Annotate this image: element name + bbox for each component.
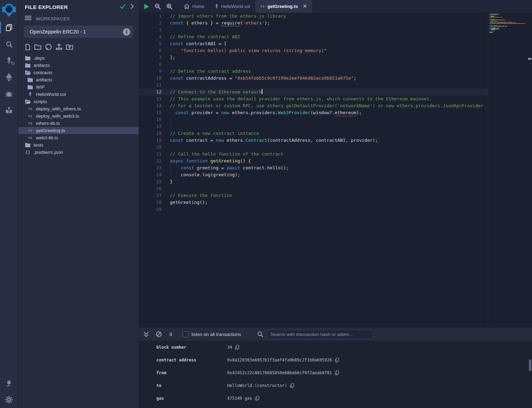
open-file-icon[interactable] — [66, 44, 73, 50]
code-text[interactable]: getGreeting(); — [170, 199, 208, 206]
line-number[interactable]: 6 — [139, 47, 162, 54]
line-number[interactable]: 23 — [139, 165, 162, 171]
line-number[interactable]: 27 — [139, 192, 162, 199]
line-number[interactable]: 28 — [139, 199, 162, 206]
tree-item-.prettierrc.json[interactable]: {}.prettierrc.json — [18, 149, 139, 156]
code-text[interactable]: const contractABI = [ — [170, 40, 226, 47]
search-icon[interactable] — [0, 36, 18, 52]
debugger-icon[interactable] — [0, 86, 18, 102]
code-line-9[interactable]: 9// Define the contract address — [139, 68, 488, 75]
tree-item-.deps[interactable]: .deps — [18, 54, 139, 62]
tree-item-ethers-lib.ts[interactable]: TSethers-lib.ts — [18, 120, 139, 127]
code-text[interactable]: async function getGreeting() { — [170, 158, 251, 165]
tree-item-deploy_with_web3.ts[interactable]: TSdeploy_with_web3.ts — [18, 112, 139, 120]
code-line-17[interactable]: 17 — [139, 123, 488, 130]
line-number[interactable]: 1 — [139, 13, 162, 20]
line-number[interactable]: 16 — [139, 116, 162, 123]
learneth-icon[interactable] — [0, 102, 18, 119]
code-text[interactable]: // Execute the function — [170, 192, 232, 199]
listen-transactions-checkbox[interactable] — [183, 331, 188, 337]
file-explorer-icon[interactable] — [0, 19, 18, 36]
line-number[interactable]: 8 — [139, 61, 162, 68]
solidity-compiler-icon[interactable]: ↻ — [0, 52, 18, 69]
code-line-26[interactable]: 26 — [139, 185, 488, 192]
tree-item-WIP[interactable]: WIP — [18, 83, 139, 91]
tree-item-contracts[interactable]: contracts — [18, 69, 139, 76]
workspace-switch-icon[interactable] — [123, 28, 130, 36]
line-number[interactable]: 5 — [139, 40, 162, 47]
terminal-collapse-icon[interactable] — [144, 331, 149, 337]
code-editor[interactable]: 1// Import ethers from the ethers.js lib… — [139, 13, 532, 328]
workspace-select[interactable]: OpenZeppelin ERC20 - 1 — [24, 26, 133, 38]
line-number[interactable]: 17 — [139, 123, 162, 130]
line-number[interactable]: 21 — [139, 151, 162, 158]
tree-item-deploy_with_ethers.ts[interactable]: TSdeploy_with_ethers.ts — [18, 105, 139, 112]
line-number[interactable]: 13 — [139, 96, 162, 102]
code-line-5[interactable]: 5const contractABI = [ — [139, 40, 488, 47]
line-number[interactable]: 26 — [139, 185, 162, 192]
terminal-prompt[interactable]: > — [144, 406, 146, 408]
line-number[interactable]: 3 — [139, 27, 162, 33]
code-text[interactable]: const { ethers } = require('ethers'); — [170, 20, 270, 27]
tree-item-artifacts[interactable]: artifacts — [18, 62, 139, 69]
check-icon[interactable] — [120, 4, 126, 10]
code-line-24[interactable]: 24 console.log(greeting); — [139, 171, 488, 178]
line-number[interactable]: 15 — [139, 109, 162, 116]
settings-icon[interactable] — [0, 391, 18, 408]
code-line-1[interactable]: 1// Import ethers from the ethers.js lib… — [139, 13, 488, 20]
code-line-4[interactable]: 4// Define the contract ABI — [139, 33, 488, 40]
code-text[interactable]: // For a testnet or custom RPC, use ethe… — [170, 102, 483, 109]
code-line-21[interactable]: 21// Call the hello function of the cont… — [139, 151, 488, 158]
code-text[interactable]: console.log(greeting); — [170, 171, 240, 178]
workspaces-menu-icon[interactable] — [25, 16, 31, 22]
code-text[interactable]: "function hello() public view returns (s… — [170, 47, 327, 54]
tree-item-tests[interactable]: tests — [18, 141, 139, 149]
code-text[interactable]: // Create a new contract instance — [170, 130, 259, 137]
code-line-28[interactable]: 28getGreeting(); — [139, 199, 488, 206]
publish-gist-icon[interactable] — [56, 43, 62, 50]
line-number[interactable]: 20 — [139, 144, 162, 151]
code-line-25[interactable]: 25} — [139, 178, 488, 185]
code-line-15[interactable]: 15 const provider = new ethers.providers… — [139, 109, 488, 116]
line-number[interactable]: 7 — [139, 54, 162, 61]
code-line-16[interactable]: 16 — [139, 116, 488, 123]
tree-item-scripts[interactable]: scripts — [18, 98, 139, 105]
copy-icon[interactable] — [335, 358, 339, 362]
zoom-out-icon[interactable] — [154, 3, 161, 10]
code-line-29[interactable]: 29 — [139, 206, 488, 213]
line-number[interactable]: 29 — [139, 206, 162, 213]
code-line-3[interactable]: 3 — [139, 27, 488, 33]
chevron-right-icon[interactable] — [130, 4, 134, 10]
code-text[interactable]: // Define the contract ABI — [170, 33, 240, 40]
new-file-icon[interactable] — [25, 44, 31, 50]
code-line-10[interactable]: 10const contractAddress = "0xb54febb5c0c… — [139, 75, 488, 82]
terminal-scrollbar-thumb[interactable] — [529, 359, 531, 371]
remix-logo[interactable] — [0, 0, 18, 19]
code-line-12[interactable]: 12// Connect to the Ethereum network — [139, 89, 488, 96]
code-line-23[interactable]: 23 const greeting = await contract.hello… — [139, 165, 488, 171]
copy-icon[interactable] — [290, 383, 294, 388]
copy-icon[interactable] — [335, 370, 339, 375]
line-number[interactable]: 11 — [139, 82, 162, 89]
code-line-19[interactable]: 19const contract = new ethers.Contract(c… — [139, 137, 488, 144]
code-text[interactable]: // Call the hello function of the contra… — [170, 151, 283, 158]
copy-icon[interactable] — [235, 345, 239, 350]
line-number[interactable]: 14 — [139, 102, 162, 109]
line-number[interactable]: 24 — [139, 171, 162, 178]
code-text[interactable]: const contract = new ethers.Contract(con… — [170, 137, 378, 144]
code-line-13[interactable]: 13// This example uses the default provi… — [139, 96, 488, 102]
copy-icon[interactable] — [255, 396, 259, 401]
code-text[interactable]: ]; — [170, 54, 175, 61]
new-folder-icon[interactable] — [34, 44, 41, 50]
code-line-8[interactable]: 8 — [139, 61, 488, 68]
line-number[interactable]: 9 — [139, 68, 162, 75]
line-number[interactable]: 22 — [139, 158, 162, 165]
code-line-22[interactable]: 22async function getGreeting() { — [139, 158, 488, 165]
code-text[interactable]: const greeting = await contract.hello(); — [170, 165, 289, 171]
code-text[interactable]: // Import ethers from the ethers.js libr… — [170, 13, 286, 20]
line-number[interactable]: 2 — [139, 20, 162, 27]
code-line-6[interactable]: 6 "function hello() public view returns … — [139, 47, 488, 54]
code-text[interactable]: const provider = new ethers.providers.We… — [170, 109, 362, 116]
code-line-20[interactable]: 20 — [139, 144, 488, 151]
run-script-icon[interactable] — [144, 4, 149, 9]
